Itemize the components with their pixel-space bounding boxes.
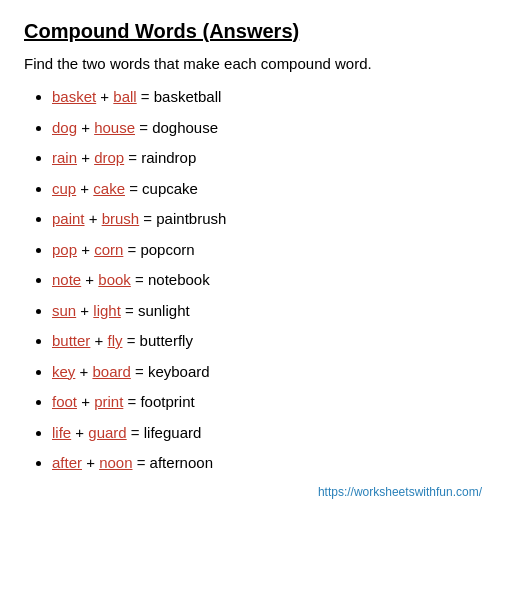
equals-sign: =	[121, 302, 138, 319]
compound-result: cupcake	[142, 180, 198, 197]
compound-result: notebook	[148, 271, 210, 288]
compound-result: sunlight	[138, 302, 190, 319]
plus-sign: +	[75, 363, 92, 380]
list-item: foot + print = footprint	[52, 391, 482, 414]
plus-sign: +	[77, 241, 94, 258]
word2: corn	[94, 241, 123, 258]
list-item: after + noon = afternoon	[52, 452, 482, 475]
list-item: paint + brush = paintbrush	[52, 208, 482, 231]
equals-sign: =	[135, 119, 152, 136]
plus-sign: +	[71, 424, 88, 441]
plus-sign: +	[77, 149, 94, 166]
list-item: basket + ball = basketball	[52, 86, 482, 109]
list-item: dog + house = doghouse	[52, 117, 482, 140]
plus-sign: +	[96, 88, 113, 105]
list-item: cup + cake = cupcake	[52, 178, 482, 201]
list-item: note + book = notebook	[52, 269, 482, 292]
equals-sign: =	[124, 149, 141, 166]
word2: light	[93, 302, 121, 319]
word1: paint	[52, 210, 85, 227]
compound-result: paintbrush	[156, 210, 226, 227]
word1: foot	[52, 393, 77, 410]
equals-sign: =	[122, 332, 139, 349]
equals-sign: =	[127, 424, 144, 441]
word1: after	[52, 454, 82, 471]
plus-sign: +	[82, 454, 99, 471]
word1: basket	[52, 88, 96, 105]
word1: cup	[52, 180, 76, 197]
word2: noon	[99, 454, 132, 471]
word1: sun	[52, 302, 76, 319]
list-item: pop + corn = popcorn	[52, 239, 482, 262]
word-list: basket + ball = basketballdog + house = …	[24, 86, 482, 475]
word2: brush	[102, 210, 140, 227]
word2: book	[98, 271, 131, 288]
equals-sign: =	[133, 454, 150, 471]
word2: drop	[94, 149, 124, 166]
word2: board	[92, 363, 130, 380]
plus-sign: +	[77, 119, 94, 136]
list-item: life + guard = lifeguard	[52, 422, 482, 445]
equals-sign: =	[123, 241, 140, 258]
equals-sign: =	[137, 88, 154, 105]
plus-sign: +	[76, 302, 93, 319]
compound-result: doghouse	[152, 119, 218, 136]
equals-sign: =	[125, 180, 142, 197]
subtitle: Find the two words that make each compou…	[24, 55, 482, 72]
word2: fly	[107, 332, 122, 349]
compound-result: basketball	[154, 88, 222, 105]
equals-sign: =	[131, 271, 148, 288]
word2: ball	[113, 88, 136, 105]
list-item: butter + fly = butterfly	[52, 330, 482, 353]
equals-sign: =	[123, 393, 140, 410]
word1: butter	[52, 332, 90, 349]
equals-sign: =	[139, 210, 156, 227]
word2: house	[94, 119, 135, 136]
list-item: key + board = keyboard	[52, 361, 482, 384]
plus-sign: +	[90, 332, 107, 349]
word1: note	[52, 271, 81, 288]
word1: pop	[52, 241, 77, 258]
plus-sign: +	[76, 180, 93, 197]
compound-result: butterfly	[140, 332, 193, 349]
equals-sign: =	[131, 363, 148, 380]
word2: guard	[88, 424, 126, 441]
word1: rain	[52, 149, 77, 166]
word1: life	[52, 424, 71, 441]
word2: print	[94, 393, 123, 410]
plus-sign: +	[77, 393, 94, 410]
word1: key	[52, 363, 75, 380]
footer-link[interactable]: https://worksheetswithfun.com/	[24, 485, 482, 499]
plus-sign: +	[85, 210, 102, 227]
compound-result: lifeguard	[144, 424, 202, 441]
list-item: rain + drop = raindrop	[52, 147, 482, 170]
compound-result: keyboard	[148, 363, 210, 380]
word2: cake	[93, 180, 125, 197]
compound-result: popcorn	[140, 241, 194, 258]
list-item: sun + light = sunlight	[52, 300, 482, 323]
compound-result: raindrop	[141, 149, 196, 166]
compound-result: footprint	[140, 393, 194, 410]
compound-result: afternoon	[150, 454, 213, 471]
page-title: Compound Words (Answers)	[24, 20, 482, 43]
word1: dog	[52, 119, 77, 136]
plus-sign: +	[81, 271, 98, 288]
